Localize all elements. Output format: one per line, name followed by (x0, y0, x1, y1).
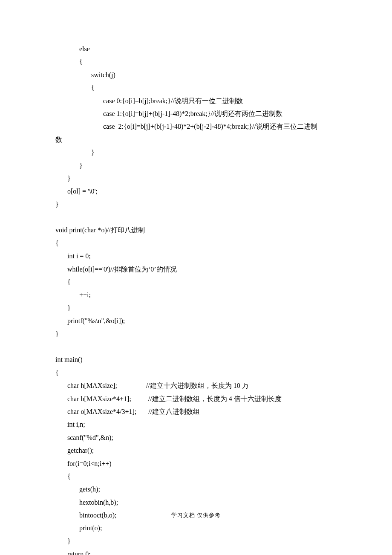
code-line: for(i=0;i<n;i++) (55, 457, 337, 470)
code-line: } (55, 159, 337, 172)
code-line (55, 211, 337, 224)
code-line: print(o); (55, 522, 337, 535)
code-line: hextobin(h,b); (55, 496, 337, 509)
code-line: int i,n; (55, 418, 337, 431)
code-line: while(o[i]=='0')//排除首位为‘0’的情况 (55, 263, 337, 276)
code-line: case 0:{o[i]=b[j];break;}//说明只有一位二进制数 (55, 95, 337, 107)
code-line (55, 341, 337, 353)
code-line: o[ol] = '\0'; (55, 185, 337, 198)
footer-text: 学习文档 仅供参考 (0, 510, 392, 521)
code-line: { (55, 470, 337, 483)
code-line: { (55, 276, 337, 289)
code-line: char o[MAXsize*4/3+1]; //建立八进制数组 (55, 405, 337, 418)
code-line: } (55, 198, 337, 211)
code-line: char b[MAXsize*4+1]; //建立二进制数组，长度为 4 倍十六… (55, 393, 337, 405)
code-line: case 1:{o[i]=b[j]+(b[j-1]-48)*2;break;}/… (55, 107, 337, 120)
code-line: } (55, 146, 337, 159)
code-line: } (55, 328, 337, 341)
code-line: getchar(); (55, 444, 337, 457)
code-line: { (55, 81, 337, 94)
code-block: else { switch(j) { case 0:{o[i]=b[j];bre… (55, 43, 337, 555)
code-line: char h[MAXsize]; //建立十六进制数组，长度为 10 万 (55, 379, 337, 392)
code-line: gets(h); (55, 483, 337, 496)
code-line: case 2:{o[i]=b[j]+(b[j-1]-48)*2+(b[j-2]-… (55, 120, 337, 133)
code-line: void print(char *o)//打印八进制 (55, 224, 337, 237)
code-line: } (55, 172, 337, 185)
code-line: ++i; (55, 289, 337, 301)
code-line: int main() (55, 353, 337, 366)
code-line: } (55, 535, 337, 548)
code-line: int i = 0; (55, 250, 337, 263)
code-line: return 0; (55, 548, 337, 555)
code-line: } (55, 302, 337, 315)
code-line: else (55, 43, 337, 55)
code-line: 数 (55, 133, 337, 146)
code-line: scanf("%d",&n); (55, 431, 337, 444)
code-line: { (55, 55, 337, 68)
code-line: switch(j) (55, 69, 337, 81)
code-line: printf("%s\n",&o[i]); (55, 315, 337, 327)
code-line: { (55, 367, 337, 379)
code-line: { (55, 237, 337, 250)
